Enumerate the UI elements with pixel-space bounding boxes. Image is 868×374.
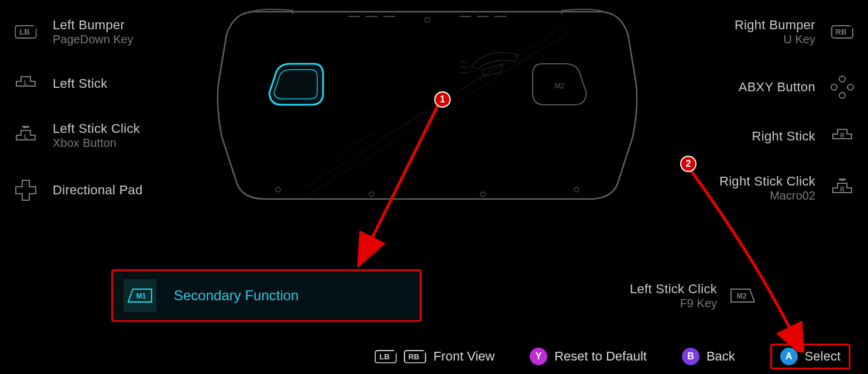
dpad-label: Directional Pad xyxy=(53,183,143,198)
lb-badge-icon: LB xyxy=(375,350,396,363)
lb-icon: LB xyxy=(12,25,40,39)
svg-line-29 xyxy=(369,103,439,245)
svg-text:R: R xyxy=(840,132,845,139)
abxy-label: ABXY Button xyxy=(739,80,815,95)
rb-badge-icon: RB xyxy=(404,350,427,363)
m1-mapping-row[interactable]: M1 Secondary Function xyxy=(111,269,421,322)
rb-icon: RB xyxy=(828,25,856,39)
svg-point-5 xyxy=(848,84,853,90)
abxy-icon xyxy=(828,76,856,99)
left-stick-click-label: Left Stick Click xyxy=(53,121,140,136)
select-label: Select xyxy=(805,349,840,364)
y-button-icon: Y xyxy=(530,348,547,365)
svg-text:M2: M2 xyxy=(555,82,565,90)
left-stick-item[interactable]: L Left Stick xyxy=(12,76,187,92)
svg-text:M1: M1 xyxy=(136,292,146,300)
svg-point-26 xyxy=(481,192,485,197)
right-stick-icon: R xyxy=(828,128,856,145)
right-bumper-value: U Key xyxy=(735,33,815,46)
annotation-arrow-2 xyxy=(679,165,808,352)
svg-line-20 xyxy=(459,67,468,68)
reset-default-label: Reset to Default xyxy=(554,349,647,364)
front-view-label: Front View xyxy=(433,349,495,364)
svg-point-3 xyxy=(839,76,845,82)
left-stick-click-item[interactable]: L Left Stick Click Xbox Button xyxy=(12,121,187,150)
annotation-arrow-1 xyxy=(351,98,451,274)
svg-point-23 xyxy=(276,187,280,192)
svg-line-19 xyxy=(461,61,469,63)
left-stick-label: Left Stick xyxy=(53,76,107,91)
left-stick-click-icon: L xyxy=(12,126,40,146)
left-stick-click-value: Xbox Button xyxy=(53,136,140,150)
svg-point-24 xyxy=(574,187,579,192)
left-bumper-value: PageDown Key xyxy=(53,33,133,46)
right-stick-item[interactable]: Right Stick R xyxy=(657,128,856,145)
dpad-icon xyxy=(12,179,40,201)
left-bumper-item[interactable]: LB Left Bumper PageDown Key xyxy=(12,18,187,46)
svg-point-4 xyxy=(831,84,837,90)
m1-mapping-label: Secondary Function xyxy=(174,287,299,304)
right-stick-click-icon: R xyxy=(828,179,856,198)
svg-text:R: R xyxy=(840,186,845,193)
right-bumper-item[interactable]: Right Bumper U Key RB xyxy=(657,18,856,46)
svg-point-16 xyxy=(425,18,430,22)
m1-icon: M1 xyxy=(123,279,156,312)
svg-text:L: L xyxy=(24,80,28,86)
abxy-item[interactable]: ABXY Button xyxy=(657,76,856,99)
right-stick-label: Right Stick xyxy=(752,129,815,144)
reset-default-button[interactable]: Y Reset to Default xyxy=(530,348,647,365)
annotation-marker-2: 2 xyxy=(680,156,697,172)
svg-point-6 xyxy=(839,92,845,98)
left-bumper-label: Left Bumper xyxy=(53,18,133,33)
svg-text:L: L xyxy=(24,133,28,140)
right-bumper-label: Right Bumper xyxy=(735,18,815,33)
annotation-marker-1: 1 xyxy=(434,91,451,108)
left-stick-icon: L xyxy=(12,76,40,92)
left-mapping-column: LB Left Bumper PageDown Key L Left Stick… xyxy=(12,18,187,201)
front-view-button[interactable]: LB RB Front View xyxy=(375,349,495,364)
dpad-item[interactable]: Directional Pad xyxy=(12,179,187,201)
